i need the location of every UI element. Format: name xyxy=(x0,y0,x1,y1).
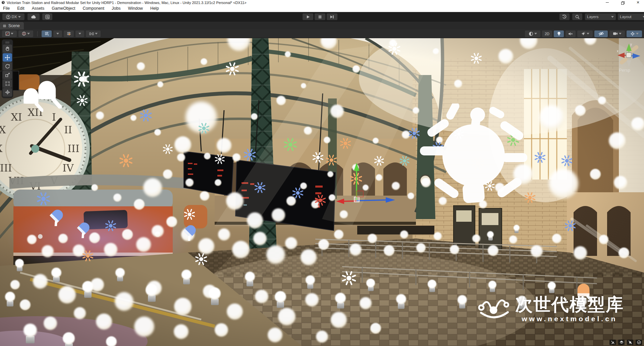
chevron-down-icon xyxy=(619,33,622,34)
brush-disabled-icon[interactable] xyxy=(609,340,616,345)
grid-icon xyxy=(3,24,6,28)
gizmos-dropdown[interactable] xyxy=(627,30,642,37)
unity-editor-window: Victorian Train Station and Railroad Mod… xyxy=(0,0,644,346)
rotate-tool-button[interactable] xyxy=(3,62,12,70)
hidden-objects-toggle[interactable] xyxy=(594,30,608,37)
scene-toolbar: 2D xyxy=(0,29,644,38)
persp-label: Persp xyxy=(619,68,630,73)
layers-stack-icon[interactable] xyxy=(618,340,625,345)
cloud-button[interactable] xyxy=(28,13,40,20)
point-light-gizmo[interactable] xyxy=(420,103,527,214)
chevron-down-icon xyxy=(643,16,644,18)
axis-neg-y-cone[interactable] xyxy=(627,60,631,67)
layout-dropdown[interactable]: Layout xyxy=(618,13,644,20)
rect-icon xyxy=(5,81,10,86)
unity-logo-icon xyxy=(1,1,5,4)
render-doc-icon xyxy=(529,31,533,36)
menu-edit[interactable]: Edit xyxy=(17,6,24,11)
axis-x-cone[interactable] xyxy=(618,53,625,58)
chevron-down-icon xyxy=(27,33,30,34)
title-bar: Victorian Train Station and Railroad Mod… xyxy=(0,0,644,5)
effects-icon xyxy=(581,31,586,36)
move-icon xyxy=(5,55,10,60)
hand-icon xyxy=(5,46,10,51)
menu-file[interactable]: File xyxy=(3,6,10,11)
tab-scene-label: Scene xyxy=(8,23,20,28)
menu-bar: File Edit Assets GameObject Component Jo… xyxy=(0,5,644,12)
nextmodel-logo-icon xyxy=(477,293,512,323)
menu-jobs[interactable]: Jobs xyxy=(112,6,120,11)
window-title: Victorian Train Station and Railroad Mod… xyxy=(7,1,247,5)
camera-icon xyxy=(613,32,618,36)
chevron-down-icon xyxy=(11,33,13,34)
snap-grid-options[interactable] xyxy=(75,30,84,37)
step-button[interactable] xyxy=(327,13,337,20)
axis-z-cone[interactable] xyxy=(633,53,640,59)
close-button[interactable]: ✕ xyxy=(636,1,640,5)
transform-tool-button[interactable] xyxy=(3,88,12,96)
scene-viewport[interactable]: XIIIII IIIIVV VIVIIVIII IXXXI xyxy=(0,38,644,346)
layers-dropdown[interactable]: Layers xyxy=(585,13,616,20)
step-icon xyxy=(330,15,334,19)
chevron-down-icon xyxy=(636,33,639,34)
divider xyxy=(37,31,38,37)
main-toolbar: DX xyxy=(0,12,644,21)
wireframe-sphere-icon xyxy=(22,31,26,36)
snap-grid-toggle[interactable] xyxy=(64,30,74,37)
2d-label: 2D xyxy=(545,32,549,36)
menu-window[interactable]: Window xyxy=(128,6,143,11)
play-controls xyxy=(303,13,337,20)
scene-audio-toggle[interactable] xyxy=(566,30,576,37)
view-options-dropdown[interactable] xyxy=(525,30,540,37)
chevron-down-icon xyxy=(534,33,537,34)
undo-history-button[interactable] xyxy=(559,13,570,20)
menu-assets[interactable]: Assets xyxy=(32,6,45,11)
menu-component[interactable]: Component xyxy=(83,6,104,11)
version-control-icon xyxy=(45,15,50,19)
scale-tool-button[interactable] xyxy=(3,71,12,79)
play-icon xyxy=(306,15,310,19)
pause-button[interactable] xyxy=(315,13,325,20)
play-button[interactable] xyxy=(303,13,313,20)
history-icon xyxy=(562,14,567,19)
grid-visibility-options[interactable] xyxy=(53,30,62,37)
tab-scene[interactable]: Scene xyxy=(0,22,24,29)
minimize-button[interactable] xyxy=(605,1,609,5)
light-bulb-icon xyxy=(557,31,561,36)
rect-tool-button[interactable] xyxy=(3,79,12,88)
camera-settings-dropdown[interactable] xyxy=(609,30,625,37)
draw-mode-dropdown[interactable] xyxy=(2,30,17,37)
status-check-icon[interactable] xyxy=(636,340,642,345)
layout-label: Layout xyxy=(620,15,632,19)
snap-increment-dropdown[interactable] xyxy=(86,30,101,37)
cloud-icon xyxy=(31,15,36,19)
scene-lighting-toggle[interactable] xyxy=(554,30,564,37)
palette-drag-handle[interactable] xyxy=(3,40,12,44)
notifications-muted-icon[interactable] xyxy=(627,340,633,345)
move-gizmo[interactable] xyxy=(335,162,397,209)
chevron-down-icon xyxy=(18,16,21,18)
audio-muted-icon xyxy=(568,32,573,36)
snap-grid-icon xyxy=(67,31,71,36)
debug-mode-dropdown[interactable] xyxy=(18,30,33,37)
version-control-button[interactable] xyxy=(42,13,52,20)
menu-help[interactable]: Help xyxy=(150,6,159,11)
search-button[interactable] xyxy=(572,13,582,20)
snap-move-icon xyxy=(89,32,94,36)
restore-button[interactable] xyxy=(621,1,625,5)
tool-palette xyxy=(2,39,13,98)
menu-gameobject[interactable]: GameObject xyxy=(52,6,75,11)
rotate-icon xyxy=(5,64,10,69)
grid-axis-icon xyxy=(45,31,49,36)
move-tool-button[interactable] xyxy=(3,53,12,62)
view-tool-button[interactable] xyxy=(3,45,12,53)
account-dropdown[interactable]: DX xyxy=(2,13,24,20)
2d-mode-toggle[interactable]: 2D xyxy=(542,30,552,37)
gizmos-icon xyxy=(630,31,635,36)
shaded-mode-icon xyxy=(5,31,10,36)
grid-visibility-toggle[interactable] xyxy=(42,30,52,37)
chevron-down-icon xyxy=(78,33,81,34)
scene-orientation-gizmo[interactable]: x y xyxy=(616,42,642,68)
svg-text:x: x xyxy=(617,49,619,53)
effects-dropdown[interactable] xyxy=(577,30,593,37)
